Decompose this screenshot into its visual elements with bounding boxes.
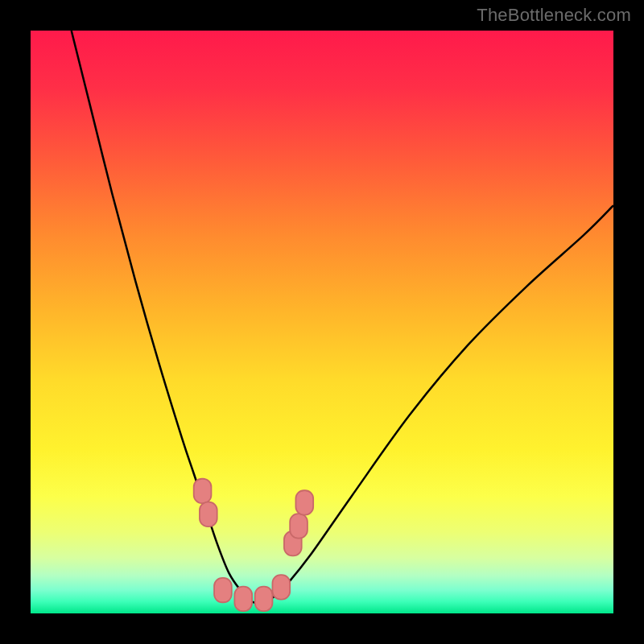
curve-marker	[295, 490, 313, 514]
marker-group	[194, 479, 313, 611]
curve-layer	[31, 31, 613, 613]
plot-area	[31, 31, 613, 613]
bottleneck-curve	[72, 31, 613, 603]
curve-marker	[194, 479, 212, 503]
curve-marker	[272, 575, 290, 599]
chart-frame: TheBottleneck.com	[0, 0, 644, 644]
curve-marker	[290, 514, 308, 538]
watermark-text: TheBottleneck.com	[477, 5, 631, 26]
curve-marker	[200, 502, 217, 526]
curve-marker	[234, 587, 252, 611]
curve-marker	[255, 587, 273, 611]
curve-marker	[214, 578, 232, 602]
